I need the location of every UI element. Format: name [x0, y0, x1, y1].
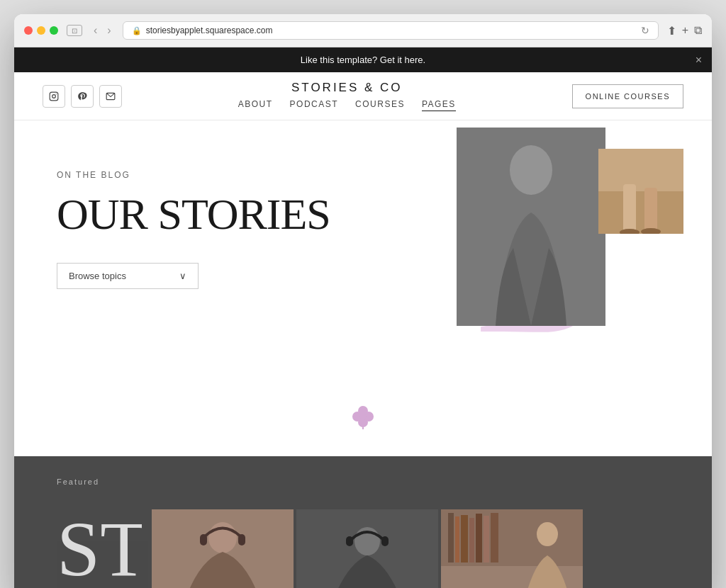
browse-topics-label: Browse topics	[69, 271, 126, 281]
svg-point-17	[359, 413, 367, 420]
online-courses-button[interactable]: ONLINE COURSES	[572, 84, 683, 108]
svg-rect-31	[455, 516, 459, 562]
nav-about[interactable]: ABOUT	[238, 99, 273, 111]
dark-section: Featured ST	[14, 456, 712, 588]
dropdown-arrow-icon: ∨	[179, 271, 186, 281]
svg-rect-33	[469, 518, 474, 562]
svg-point-1	[52, 94, 56, 98]
clover-icon	[350, 404, 376, 435]
share-icon[interactable]: ⬆	[667, 24, 676, 38]
address-bar[interactable]: 🔒 storiesbyapplet.squarespace.com ↻	[123, 21, 659, 40]
hero-main-photo	[457, 128, 605, 326]
nav-pages[interactable]: PAGES	[422, 99, 456, 111]
svg-rect-35	[484, 516, 489, 562]
site-title: STORIES & CO	[238, 81, 456, 95]
svg-rect-27	[381, 536, 389, 546]
svg-rect-32	[461, 515, 468, 562]
featured-label: Featured	[57, 477, 669, 486]
header-social-icons	[43, 85, 122, 108]
browse-topics-dropdown[interactable]: Browse topics ∨	[57, 263, 199, 289]
new-tab-icon[interactable]: +	[682, 24, 688, 38]
main-nav: ABOUT PODCAST COURSES PAGES	[238, 99, 456, 111]
notification-text: Like this template? Get it here.	[301, 55, 425, 65]
email-icon-button[interactable]	[99, 85, 122, 108]
svg-rect-26	[346, 536, 353, 546]
svg-rect-10	[644, 188, 657, 234]
browser-window: ⊡ ‹ › 🔒 storiesbyapplet.squarespace.com …	[14, 14, 712, 588]
browser-chrome: ⊡ ‹ › 🔒 storiesbyapplet.squarespace.com …	[14, 14, 712, 47]
hero-secondary-photo	[598, 149, 683, 234]
svg-point-2	[56, 94, 57, 94]
notification-close-button[interactable]: ×	[696, 54, 702, 67]
traffic-lights	[24, 26, 58, 35]
svg-rect-0	[50, 92, 58, 101]
tabs-icon[interactable]: ⧉	[694, 24, 702, 38]
close-traffic-light[interactable]	[24, 26, 33, 35]
featured-card-1[interactable]	[152, 509, 294, 588]
header-center: STORIES & CO ABOUT PODCAST COURSES PAGES	[238, 81, 456, 111]
minimize-traffic-light[interactable]	[37, 26, 45, 35]
pinterest-icon-button[interactable]	[71, 85, 94, 108]
svg-rect-34	[476, 514, 482, 562]
featured-card-3[interactable]	[441, 509, 583, 588]
svg-rect-22	[200, 534, 207, 545]
svg-rect-36	[491, 513, 498, 562]
reload-button[interactable]: ↻	[641, 25, 649, 36]
fullscreen-traffic-light[interactable]	[50, 26, 58, 35]
nav-courses[interactable]: COURSES	[355, 99, 405, 111]
hero-photo-content	[457, 128, 605, 326]
browser-controls: ‹ ›	[91, 23, 114, 38]
site-header: STORIES & CO ABOUT PODCAST COURSES PAGES…	[14, 72, 712, 120]
featured-grid: ST	[57, 497, 669, 588]
featured-text-overlay: ST	[57, 497, 149, 588]
url-text: storiesbyapplet.squarespace.com	[146, 26, 273, 35]
svg-point-37	[537, 522, 558, 546]
forward-button[interactable]: ›	[104, 23, 113, 38]
svg-rect-30	[448, 513, 454, 562]
window-toggle-icon[interactable]: ⊡	[67, 25, 82, 36]
notification-banner: Like this template? Get it here. ×	[14, 47, 712, 72]
svg-rect-8	[598, 191, 683, 234]
svg-text:ST: ST	[57, 506, 142, 582]
svg-rect-9	[623, 184, 636, 234]
nav-podcast[interactable]: PODCAST	[290, 99, 339, 111]
hero-section: ON THE BLOG OUR STORIES Browse topics ∨ …	[14, 120, 712, 390]
instagram-icon-button[interactable]	[43, 85, 65, 108]
browser-actions: ⬆ + ⧉	[667, 24, 702, 38]
svg-rect-23	[238, 534, 245, 545]
svg-rect-6	[457, 128, 605, 326]
back-button[interactable]: ‹	[91, 23, 100, 38]
section-divider	[14, 390, 712, 456]
featured-card-2[interactable]	[296, 509, 438, 588]
lock-icon: 🔒	[132, 26, 142, 35]
